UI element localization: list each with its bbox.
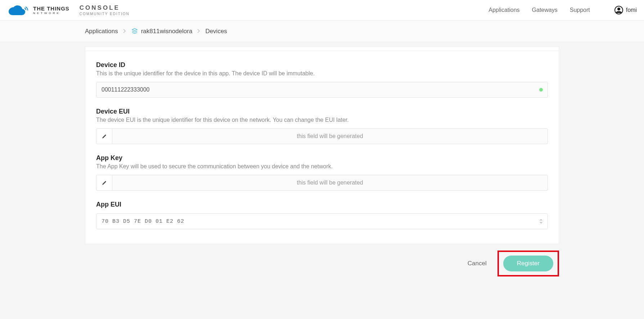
- app-header: THE THINGS NETWORK CONSOLE COMMUNITY EDI…: [0, 0, 644, 21]
- device-id-desc: This is the unique identifier for the de…: [96, 70, 548, 77]
- breadcrumb-devices[interactable]: Devices: [205, 28, 227, 35]
- valid-check-icon: [539, 88, 543, 92]
- device-id-input[interactable]: [96, 82, 548, 98]
- breadcrumb: Applications rak811wisnodelora Devices: [0, 21, 644, 42]
- field-app-key: App Key The App Key will be used to secu…: [96, 154, 548, 191]
- cancel-button[interactable]: Cancel: [468, 260, 487, 267]
- svg-point-1: [617, 8, 620, 10]
- device-id-label: Device ID: [96, 61, 548, 69]
- brand-text: THE THINGS NETWORK: [33, 6, 69, 15]
- app-eui-value: 70 B3 D5 7E D0 01 E2 62: [102, 218, 184, 225]
- device-eui-edit-button[interactable]: [96, 128, 112, 144]
- nav-support[interactable]: Support: [570, 7, 590, 13]
- app-eui-label: App EUI: [96, 201, 548, 208]
- app-key-edit-button[interactable]: [96, 175, 112, 191]
- console-line2: COMMUNITY EDITION: [80, 12, 130, 16]
- app-eui-select[interactable]: 70 B3 D5 7E D0 01 E2 62: [96, 213, 548, 229]
- header-nav: Applications Gateways Support fomi: [488, 6, 637, 14]
- register-highlight-box: Register: [497, 251, 559, 276]
- chevron-right-icon: [197, 28, 200, 35]
- device-eui-desc: The device EUI is the unique identifier …: [96, 117, 548, 123]
- application-icon: [131, 28, 138, 35]
- breadcrumb-applications[interactable]: Applications: [85, 28, 118, 35]
- updown-chevron-icon: [539, 218, 543, 224]
- console-line1: CONSOLE: [80, 5, 130, 11]
- device-eui-label: Device EUI: [96, 108, 548, 115]
- nav-gateways[interactable]: Gateways: [532, 7, 558, 13]
- nav-applications[interactable]: Applications: [488, 7, 519, 13]
- register-device-card: Device ID This is the unique identifier …: [85, 51, 559, 244]
- chevron-right-icon: [123, 28, 126, 35]
- pencil-icon: [102, 180, 107, 186]
- app-key-desc: The App Key will be used to secure the c…: [96, 163, 548, 170]
- cloud-logo-icon: [7, 4, 29, 17]
- breadcrumb-app-name[interactable]: rak811wisnodelora: [141, 28, 193, 35]
- card-top-strip: [85, 46, 559, 51]
- device-eui-input[interactable]: this field will be generated: [112, 128, 548, 144]
- field-device-eui: Device EUI The device EUI is the unique …: [96, 108, 548, 144]
- console-text: CONSOLE COMMUNITY EDITION: [80, 5, 130, 16]
- app-key-input[interactable]: this field will be generated: [112, 175, 548, 191]
- main-content: Device ID This is the unique identifier …: [0, 42, 644, 244]
- field-app-eui: App EUI 70 B3 D5 7E D0 01 E2 62: [96, 201, 548, 229]
- brand-line2: NETWORK: [33, 12, 69, 15]
- user-name: fomi: [626, 7, 637, 13]
- register-button[interactable]: Register: [503, 256, 553, 271]
- field-device-id: Device ID This is the unique identifier …: [96, 61, 548, 98]
- user-menu[interactable]: fomi: [614, 6, 637, 14]
- pencil-icon: [102, 133, 107, 139]
- form-actions: Cancel Register: [0, 244, 644, 276]
- brand-logo[interactable]: THE THINGS NETWORK CONSOLE COMMUNITY EDI…: [7, 4, 130, 17]
- user-avatar-icon: [614, 6, 623, 14]
- brand-line1: THE THINGS: [33, 6, 69, 11]
- app-key-label: App Key: [96, 154, 548, 162]
